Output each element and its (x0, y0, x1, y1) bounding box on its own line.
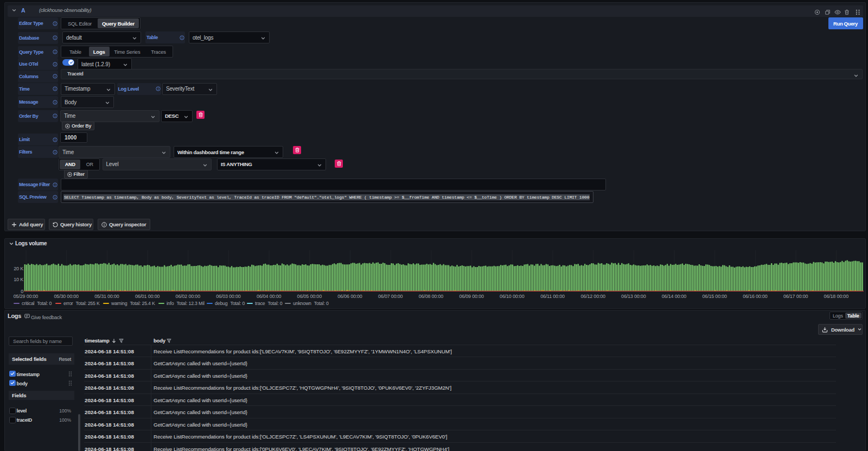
svg-text:06/18 00:00: 06/18 00:00 (824, 294, 849, 299)
svg-text:06/03 00:00: 06/03 00:00 (216, 294, 241, 299)
svg-text:05/31 00:00: 05/31 00:00 (94, 294, 119, 299)
svg-text:05/29 00:00: 05/29 00:00 (14, 294, 39, 299)
svg-text:06/13 00:00: 06/13 00:00 (621, 294, 646, 299)
svg-text:0: 0 (21, 289, 23, 294)
svg-text:06/15 00:00: 06/15 00:00 (703, 294, 727, 299)
svg-text:06/11 00:00: 06/11 00:00 (540, 294, 565, 299)
svg-text:06/05 00:00: 06/05 00:00 (297, 294, 322, 299)
svg-text:06/08 00:00: 06/08 00:00 (419, 294, 444, 299)
svg-text:06/02 00:00: 06/02 00:00 (176, 294, 201, 299)
svg-text:06/04 00:00: 06/04 00:00 (257, 294, 282, 299)
svg-text:06/07 00:00: 06/07 00:00 (378, 294, 403, 299)
svg-text:06/16 00:00: 06/16 00:00 (743, 294, 768, 299)
svg-text:06/01 00:00: 06/01 00:00 (135, 294, 160, 299)
svg-text:06/12 00:00: 06/12 00:00 (581, 294, 606, 299)
svg-text:06/14 00:00: 06/14 00:00 (662, 294, 687, 299)
svg-text:05/30 00:00: 05/30 00:00 (54, 294, 79, 299)
svg-text:06/17 00:00: 06/17 00:00 (783, 294, 808, 299)
svg-text:20 K: 20 K (14, 266, 23, 271)
svg-text:06/06 00:00: 06/06 00:00 (337, 294, 362, 299)
svg-text:10 K: 10 K (14, 277, 23, 282)
svg-text:06/09 00:00: 06/09 00:00 (459, 294, 484, 299)
svg-text:06/10 00:00: 06/10 00:00 (500, 294, 525, 299)
